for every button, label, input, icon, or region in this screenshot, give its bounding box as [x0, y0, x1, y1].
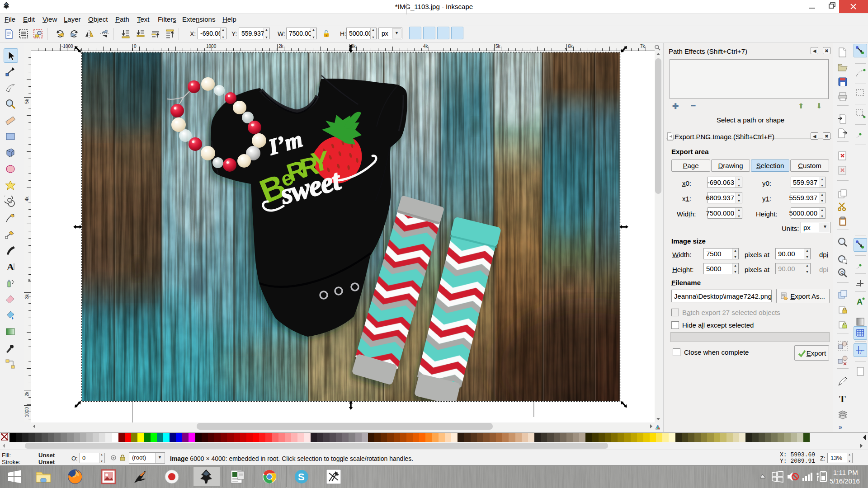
svg-text:1000: 1000 — [24, 407, 29, 418]
svg-text:S: S — [298, 471, 305, 483]
svg-text:3k: 3k — [24, 294, 29, 299]
svg-text:»: » — [839, 423, 842, 431]
svg-text:T: T — [839, 393, 846, 404]
svg-text:A: A — [857, 297, 863, 306]
svg-text:A: A — [7, 261, 14, 272]
svg-text:/: / — [860, 350, 862, 355]
svg-text:5k: 5k — [24, 99, 29, 104]
svg-text:2k: 2k — [24, 391, 29, 397]
svg-text:4k: 4k — [24, 196, 29, 202]
svg-text:-1000: -1000 — [61, 44, 73, 49]
svg-text:7k: 7k — [640, 44, 646, 49]
svg-text:Q: Q — [840, 270, 844, 275]
